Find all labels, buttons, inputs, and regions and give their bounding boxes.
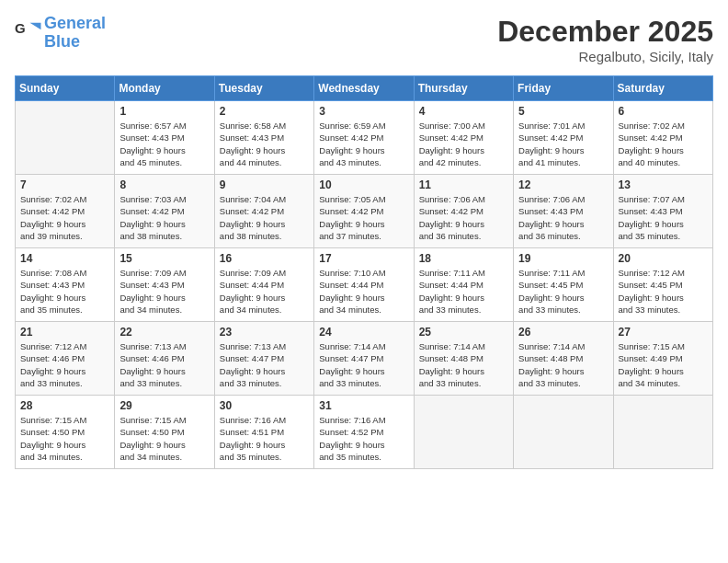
calendar-cell bbox=[16, 101, 115, 175]
day-number: 2 bbox=[220, 105, 309, 118]
calendar-cell: 29Sunrise: 7:15 AMSunset: 4:50 PMDayligh… bbox=[115, 396, 214, 469]
dow-header-sunday: Sunday bbox=[16, 76, 115, 101]
calendar-cell: 26Sunrise: 7:14 AMSunset: 4:48 PMDayligh… bbox=[514, 322, 613, 396]
calendar-cell: 25Sunrise: 7:14 AMSunset: 4:48 PMDayligh… bbox=[414, 322, 513, 396]
calendar-cell: 10Sunrise: 7:05 AMSunset: 4:42 PMDayligh… bbox=[314, 175, 414, 248]
day-number: 14 bbox=[20, 252, 109, 265]
day-info: Sunrise: 7:14 AMSunset: 4:48 PMDaylight:… bbox=[419, 340, 508, 389]
day-number: 6 bbox=[619, 105, 708, 118]
day-number: 27 bbox=[619, 326, 708, 339]
day-info: Sunrise: 7:09 AMSunset: 4:44 PMDaylight:… bbox=[220, 267, 309, 316]
calendar-cell bbox=[613, 396, 712, 469]
calendar-body: 1Sunrise: 6:57 AMSunset: 4:43 PMDaylight… bbox=[16, 101, 713, 469]
day-info: Sunrise: 6:59 AMSunset: 4:42 PMDaylight:… bbox=[319, 120, 408, 168]
day-number: 25 bbox=[419, 326, 508, 339]
calendar-week-3: 21Sunrise: 7:12 AMSunset: 4:46 PMDayligh… bbox=[16, 322, 713, 396]
day-info: Sunrise: 7:15 AMSunset: 4:50 PMDaylight:… bbox=[119, 414, 209, 463]
day-info: Sunrise: 7:11 AMSunset: 4:45 PMDaylight:… bbox=[518, 267, 608, 316]
day-info: Sunrise: 7:11 AMSunset: 4:44 PMDaylight:… bbox=[419, 267, 508, 316]
calendar-cell: 2Sunrise: 6:58 AMSunset: 4:43 PMDaylight… bbox=[214, 101, 313, 175]
day-info: Sunrise: 7:06 AMSunset: 4:42 PMDaylight:… bbox=[419, 193, 508, 242]
day-info: Sunrise: 7:01 AMSunset: 4:42 PMDaylight:… bbox=[518, 120, 608, 168]
day-info: Sunrise: 7:00 AMSunset: 4:42 PMDaylight:… bbox=[419, 120, 508, 168]
day-number: 23 bbox=[220, 326, 309, 339]
day-info: Sunrise: 7:03 AMSunset: 4:42 PMDaylight:… bbox=[119, 193, 209, 242]
day-number: 22 bbox=[119, 326, 209, 339]
day-number: 11 bbox=[419, 178, 508, 191]
day-info: Sunrise: 7:13 AMSunset: 4:47 PMDaylight:… bbox=[220, 340, 309, 389]
calendar-week-2: 14Sunrise: 7:08 AMSunset: 4:43 PMDayligh… bbox=[16, 248, 713, 322]
day-number: 30 bbox=[220, 399, 309, 412]
day-info: Sunrise: 7:12 AMSunset: 4:46 PMDaylight:… bbox=[20, 340, 109, 389]
calendar-cell: 23Sunrise: 7:13 AMSunset: 4:47 PMDayligh… bbox=[214, 322, 313, 396]
calendar-cell: 17Sunrise: 7:10 AMSunset: 4:44 PMDayligh… bbox=[314, 248, 414, 322]
day-number: 1 bbox=[119, 105, 209, 118]
calendar-cell: 24Sunrise: 7:14 AMSunset: 4:47 PMDayligh… bbox=[314, 322, 414, 396]
calendar-cell: 4Sunrise: 7:00 AMSunset: 4:42 PMDaylight… bbox=[414, 101, 513, 175]
day-number: 7 bbox=[20, 178, 109, 191]
calendar-cell: 27Sunrise: 7:15 AMSunset: 4:49 PMDayligh… bbox=[613, 322, 712, 396]
day-number: 15 bbox=[119, 252, 209, 265]
dow-header-wednesday: Wednesday bbox=[314, 76, 414, 101]
day-info: Sunrise: 7:02 AMSunset: 4:42 PMDaylight:… bbox=[20, 193, 109, 242]
calendar-cell: 11Sunrise: 7:06 AMSunset: 4:42 PMDayligh… bbox=[414, 175, 513, 248]
day-number: 17 bbox=[319, 252, 408, 265]
day-info: Sunrise: 7:14 AMSunset: 4:47 PMDaylight:… bbox=[319, 340, 408, 389]
day-info: Sunrise: 7:15 AMSunset: 4:49 PMDaylight:… bbox=[619, 340, 708, 389]
day-number: 3 bbox=[319, 105, 408, 118]
calendar-cell: 16Sunrise: 7:09 AMSunset: 4:44 PMDayligh… bbox=[214, 248, 313, 322]
day-info: Sunrise: 7:16 AMSunset: 4:51 PMDaylight:… bbox=[220, 414, 309, 463]
day-number: 26 bbox=[518, 326, 608, 339]
day-number: 5 bbox=[518, 105, 608, 118]
day-number: 21 bbox=[20, 326, 109, 339]
logo-icon: G bbox=[15, 19, 42, 47]
day-number: 12 bbox=[518, 178, 608, 191]
day-number: 10 bbox=[319, 178, 408, 191]
calendar-cell: 1Sunrise: 6:57 AMSunset: 4:43 PMDaylight… bbox=[115, 101, 214, 175]
day-info: Sunrise: 7:08 AMSunset: 4:43 PMDaylight:… bbox=[20, 267, 109, 316]
day-number: 20 bbox=[619, 252, 708, 265]
day-number: 9 bbox=[220, 178, 309, 191]
dow-header-tuesday: Tuesday bbox=[214, 76, 313, 101]
calendar-cell: 7Sunrise: 7:02 AMSunset: 4:42 PMDaylight… bbox=[16, 175, 115, 248]
calendar-week-1: 7Sunrise: 7:02 AMSunset: 4:42 PMDaylight… bbox=[16, 175, 713, 248]
day-number: 24 bbox=[319, 326, 408, 339]
calendar-cell: 15Sunrise: 7:09 AMSunset: 4:43 PMDayligh… bbox=[115, 248, 214, 322]
day-info: Sunrise: 7:09 AMSunset: 4:43 PMDaylight:… bbox=[119, 267, 209, 316]
day-info: Sunrise: 7:12 AMSunset: 4:45 PMDaylight:… bbox=[619, 267, 708, 316]
calendar-cell bbox=[414, 396, 513, 469]
day-number: 4 bbox=[419, 105, 508, 118]
day-info: Sunrise: 7:16 AMSunset: 4:52 PMDaylight:… bbox=[319, 414, 408, 463]
calendar-cell: 18Sunrise: 7:11 AMSunset: 4:44 PMDayligh… bbox=[414, 248, 513, 322]
calendar-cell: 9Sunrise: 7:04 AMSunset: 4:42 PMDaylight… bbox=[214, 175, 313, 248]
calendar-week-4: 28Sunrise: 7:15 AMSunset: 4:50 PMDayligh… bbox=[16, 396, 713, 469]
day-number: 29 bbox=[119, 399, 209, 412]
day-info: Sunrise: 7:07 AMSunset: 4:43 PMDaylight:… bbox=[619, 193, 708, 242]
location: Regalbuto, Sicily, Italy bbox=[497, 49, 713, 64]
calendar-cell: 5Sunrise: 7:01 AMSunset: 4:42 PMDaylight… bbox=[514, 101, 613, 175]
calendar-cell: 3Sunrise: 6:59 AMSunset: 4:42 PMDaylight… bbox=[314, 101, 414, 175]
logo: G General Blue bbox=[15, 15, 106, 52]
day-info: Sunrise: 6:57 AMSunset: 4:43 PMDaylight:… bbox=[119, 120, 209, 168]
calendar-cell: 8Sunrise: 7:03 AMSunset: 4:42 PMDaylight… bbox=[115, 175, 214, 248]
calendar-cell: 12Sunrise: 7:06 AMSunset: 4:43 PMDayligh… bbox=[514, 175, 613, 248]
day-info: Sunrise: 7:05 AMSunset: 4:42 PMDaylight:… bbox=[319, 193, 408, 242]
day-info: Sunrise: 6:58 AMSunset: 4:43 PMDaylight:… bbox=[220, 120, 309, 168]
day-info: Sunrise: 7:02 AMSunset: 4:42 PMDaylight:… bbox=[619, 120, 708, 168]
svg-marker-1 bbox=[30, 23, 41, 30]
dow-header-monday: Monday bbox=[115, 76, 214, 101]
calendar-cell bbox=[514, 396, 613, 469]
day-info: Sunrise: 7:10 AMSunset: 4:44 PMDaylight:… bbox=[319, 267, 408, 316]
logo-text: General Blue bbox=[44, 15, 106, 52]
month-title: December 2025 bbox=[497, 15, 713, 49]
day-number: 28 bbox=[20, 399, 109, 412]
calendar-cell: 21Sunrise: 7:12 AMSunset: 4:46 PMDayligh… bbox=[16, 322, 115, 396]
day-number: 31 bbox=[319, 399, 408, 412]
calendar-week-0: 1Sunrise: 6:57 AMSunset: 4:43 PMDaylight… bbox=[16, 101, 713, 175]
dow-header-saturday: Saturday bbox=[613, 76, 712, 101]
calendar-cell: 30Sunrise: 7:16 AMSunset: 4:51 PMDayligh… bbox=[214, 396, 313, 469]
day-info: Sunrise: 7:14 AMSunset: 4:48 PMDaylight:… bbox=[518, 340, 608, 389]
svg-text:G: G bbox=[15, 20, 26, 36]
day-number: 8 bbox=[119, 178, 209, 191]
day-info: Sunrise: 7:06 AMSunset: 4:43 PMDaylight:… bbox=[518, 193, 608, 242]
